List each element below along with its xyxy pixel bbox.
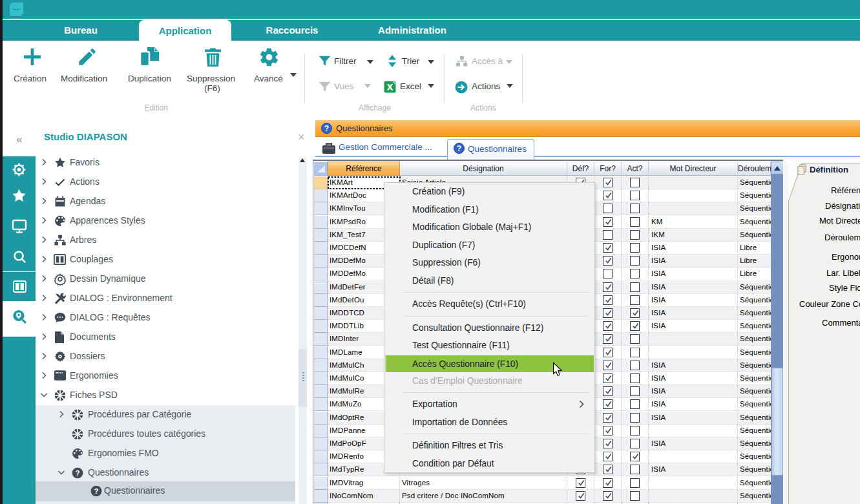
svg-text:?: ? (324, 124, 329, 133)
svg-text:?: ? (75, 468, 79, 477)
svg-text:?: ? (457, 144, 461, 153)
svg-text:?: ? (94, 487, 98, 495)
